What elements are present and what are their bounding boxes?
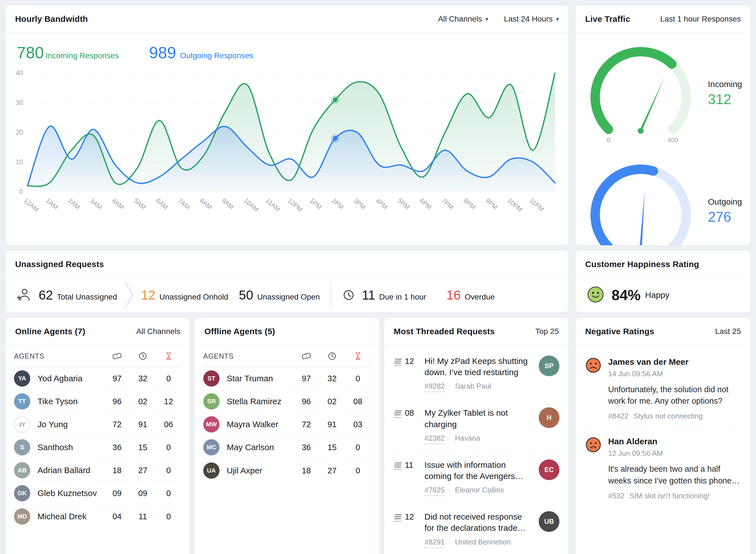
total-unassigned-stat[interactable]: 62 Total Unassigned: [39, 287, 117, 302]
svg-text:20: 20: [16, 129, 23, 136]
thread-count-column: 12: [393, 511, 419, 548]
thread-meta: #9282·Sarah Paul: [425, 382, 533, 392]
tickets-count: 96: [293, 397, 319, 406]
time-count: 27: [130, 466, 156, 475]
svg-text:1PM: 1PM: [308, 197, 323, 211]
agent-identity: STStar Truman: [203, 370, 293, 387]
last-count-badge: Last 25: [715, 327, 741, 336]
time-count: 15: [130, 443, 156, 452]
agent-identity: JYJo Yung: [14, 416, 104, 433]
clock-icon: [343, 289, 355, 301]
avatar: EC: [539, 459, 559, 480]
meta-separator: ·: [448, 538, 451, 546]
time-count: 09: [130, 489, 156, 498]
table-row[interactable]: TTTike Tyson960212: [14, 390, 181, 413]
ticket-id[interactable]: #532: [608, 492, 625, 500]
overdue-count: 0: [345, 443, 371, 452]
list-item[interactable]: 12Hi! My zPad Keeps shutting down. I’ve …: [393, 348, 559, 400]
online-agents-rows: YAYod Agbaria97320TTTike Tyson960212JYJo…: [14, 367, 181, 528]
time-count: 91: [130, 420, 156, 429]
due-stat[interactable]: 11 Due in 1 hour: [362, 287, 426, 302]
customer-name: James van der Meer: [608, 357, 741, 367]
agent-identity: MWMayra Walker: [203, 416, 293, 433]
table-row[interactable]: MCMay Carlson36150: [203, 436, 371, 459]
svg-text:5AM: 5AM: [132, 197, 147, 211]
divider: [331, 282, 331, 309]
thread-icon: [393, 512, 403, 524]
ticket-id[interactable]: #7625: [425, 486, 445, 496]
avatar: GK: [14, 485, 30, 501]
table-row[interactable]: STStar Truman97320: [203, 367, 371, 390]
ticket-id[interactable]: #9282: [425, 382, 445, 392]
svg-text:2PM: 2PM: [330, 197, 345, 211]
thread-meta: #8291·United Bennetion: [425, 538, 533, 548]
meta-separator: ·: [448, 382, 451, 390]
thread-meta: #2382·Havana: [425, 434, 533, 444]
hourglass-icon: [345, 351, 371, 361]
incoming-total-value: 780: [17, 43, 44, 62]
agent-name: Star Truman: [227, 374, 273, 383]
tickets-count: 36: [293, 443, 319, 452]
agent-name: Ujil Axper: [227, 466, 262, 475]
customer-name: Han Alderan: [608, 437, 741, 446]
table-row[interactable]: UAUjil Axper18270: [203, 459, 371, 482]
sad-face-icon: [585, 357, 601, 421]
thread-list: 12Hi! My zPad Keeps shutting down. I’ve …: [384, 345, 569, 554]
online-agents-filter[interactable]: All Channels: [137, 327, 180, 336]
time-count: 32: [130, 374, 156, 383]
svg-text:4AM: 4AM: [111, 197, 125, 211]
live-traffic-title: Live Traffic: [585, 14, 630, 24]
svg-text:2AM: 2AM: [67, 197, 82, 211]
svg-text:12AM: 12AM: [23, 197, 40, 213]
overdue-count: 0: [156, 443, 181, 452]
list-item[interactable]: Han Alderan12 Jun 09:56 AMIt's already b…: [585, 429, 741, 508]
ticket-id[interactable]: #2382: [425, 434, 445, 444]
unassigned-open-label: Unassigned Open: [257, 292, 320, 301]
ticket-id[interactable]: #8291: [425, 538, 445, 548]
happiness-label: Happy: [645, 290, 669, 300]
unassigned-onhold-stat[interactable]: 12 Unassigned Onhold: [141, 287, 228, 302]
agent-name: Adrian Ballard: [38, 465, 90, 475]
table-row[interactable]: SSanthosh36150: [14, 436, 181, 459]
table-row[interactable]: MWMayra Walker729103: [203, 413, 371, 436]
table-row[interactable]: MDMicheal Drek04110: [14, 505, 181, 528]
overdue-stat[interactable]: 16 Overdue: [446, 287, 495, 302]
svg-text:8AM: 8AM: [199, 197, 213, 211]
table-row[interactable]: YAYod Agbaria97320: [14, 367, 181, 390]
agent-identity: ABAdrian Ballard: [14, 462, 104, 479]
svg-text:11AM: 11AM: [264, 197, 281, 213]
channels-filter-dropdown[interactable]: All Channels ▾: [438, 14, 488, 23]
time-range-dropdown[interactable]: Last 24 Hours ▾: [504, 14, 559, 23]
time-count: 32: [319, 374, 345, 383]
thread-count-column: 08: [393, 407, 419, 444]
happy-face-icon: [587, 286, 604, 304]
live-traffic-card: Live Traffic Last 1 hour Responses 0400I…: [576, 6, 750, 245]
unassigned-open-stat[interactable]: 50 Unassigned Open: [239, 287, 320, 302]
gauges-container: 0400Incoming3120400Outgoing276: [576, 33, 750, 245]
overdue-count: 0: [345, 374, 371, 383]
time-count: 27: [319, 466, 345, 475]
svg-text:6AM: 6AM: [155, 197, 169, 211]
table-row[interactable]: JYJo Yung729106: [14, 413, 181, 436]
table-row[interactable]: GKGleb Kuznetsov09090: [14, 482, 181, 505]
list-item[interactable]: 11Issue with information coming for the …: [393, 452, 559, 504]
table-row[interactable]: SRStella Ramirez960208: [203, 390, 371, 413]
ticket-id[interactable]: #8422: [608, 412, 628, 421]
agents-column-label: AGENTS: [14, 352, 104, 360]
avatar: H: [539, 407, 559, 428]
thread-content: Issue with information coming for the Av…: [425, 459, 533, 496]
user-add-icon: [17, 288, 31, 302]
list-item[interactable]: 12Did not received response for the decl…: [393, 504, 559, 554]
rating-timestamp: 12 Jun 09:56 AM: [608, 449, 741, 458]
tickets-count: 04: [104, 512, 130, 521]
agent-name: Yod Agbaria: [38, 374, 83, 383]
list-item[interactable]: James van der Meer14 Jun 09:56 AMUnfortu…: [585, 349, 741, 429]
table-row[interactable]: ABAdrian Ballard18270: [14, 459, 181, 482]
agent-identity: YAYod Agbaria: [14, 370, 104, 387]
due-value: 11: [362, 287, 375, 302]
svg-text:8PM: 8PM: [462, 197, 477, 211]
time-count: 15: [319, 443, 345, 452]
agent-name: May Carlson: [227, 443, 274, 452]
list-item[interactable]: 08My Zylker Tablet is not charging#2382·…: [393, 400, 559, 452]
online-agents-card: Online Agents (7) All Channels AGENTS: [6, 318, 190, 554]
